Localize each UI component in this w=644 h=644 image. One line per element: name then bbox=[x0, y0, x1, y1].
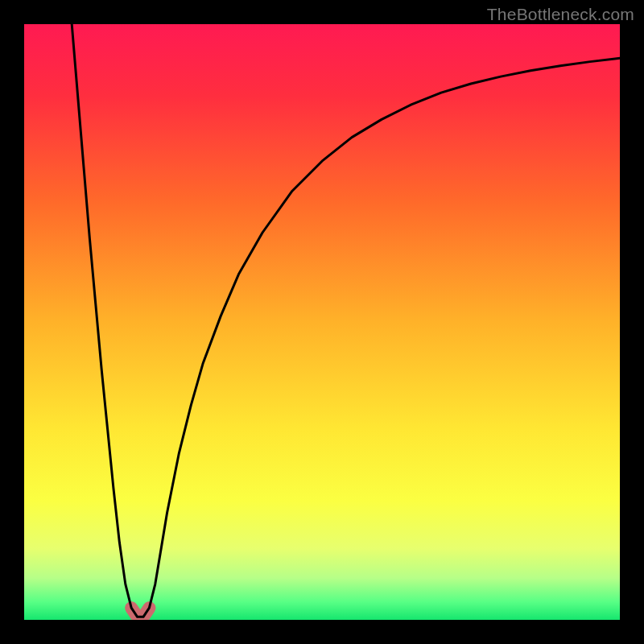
chart-frame: TheBottleneck.com bbox=[0, 0, 644, 644]
plot-area bbox=[24, 24, 620, 620]
bottleneck-curve bbox=[72, 24, 620, 617]
watermark-text: TheBottleneck.com bbox=[487, 5, 634, 24]
curve-layer bbox=[24, 24, 620, 620]
